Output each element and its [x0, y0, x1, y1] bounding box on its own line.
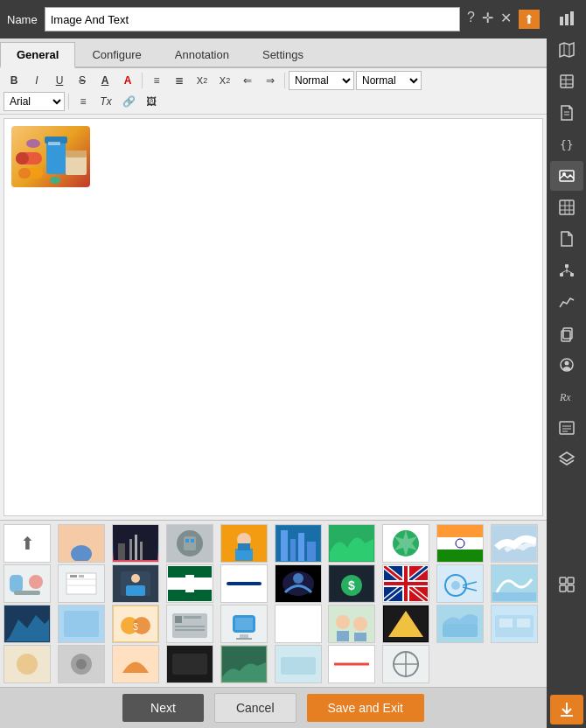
gallery-item[interactable] [112, 564, 159, 603]
gallery-item[interactable] [220, 564, 268, 603]
link-button[interactable]: 🔗 [118, 92, 139, 111]
gallery-item[interactable] [382, 605, 429, 643]
sidebar-image-icon[interactable] [550, 161, 583, 191]
right-sidebar: {} Rx [547, 0, 586, 728]
gallery-item[interactable] [491, 605, 538, 643]
bold-button[interactable]: B [3, 71, 24, 90]
gallery-item[interactable]: $ [112, 605, 159, 643]
gallery-item[interactable] [275, 605, 322, 643]
toolbar-divider-1 [142, 73, 143, 88]
svg-rect-36 [438, 550, 482, 561]
gallery-item[interactable] [328, 524, 375, 563]
tabs-bar: General Configure Annotation Settings [0, 38, 547, 68]
next-button[interactable]: Next [122, 694, 204, 722]
tab-configure[interactable]: Configure [75, 42, 157, 66]
upload-image-button[interactable]: ⬆ [3, 524, 51, 563]
font-color-button[interactable]: A [117, 71, 138, 90]
svg-rect-100 [276, 606, 320, 641]
svg-line-155 [567, 270, 572, 273]
gallery-item[interactable] [275, 645, 322, 683]
sidebar-file-icon[interactable] [550, 224, 583, 254]
align-button[interactable]: ≡ [73, 92, 94, 111]
gallery-item[interactable] [112, 645, 159, 683]
svg-rect-112 [499, 619, 513, 627]
sidebar-download-icon[interactable] [550, 695, 583, 724]
gallery-item[interactable] [275, 524, 322, 563]
gallery-item[interactable] [3, 605, 51, 643]
ordered-list-button[interactable]: ≡ [146, 71, 167, 90]
gallery-item[interactable] [328, 605, 375, 643]
sidebar-code-icon[interactable]: {} [550, 130, 583, 159]
underline-button[interactable]: U [49, 71, 70, 90]
gallery-item[interactable] [58, 524, 105, 563]
sidebar-chart2-icon[interactable] [550, 287, 583, 317]
font-family-select[interactable]: Arial Times New Roman Courier [3, 92, 65, 111]
sidebar-doc-icon[interactable] [550, 98, 583, 128]
gallery-item[interactable] [436, 564, 484, 603]
svg-rect-145 [560, 200, 574, 214]
sidebar-map-icon[interactable] [550, 35, 583, 65]
gallery-item[interactable] [382, 524, 429, 563]
sidebar-grid-icon[interactable] [550, 570, 583, 599]
editor-area[interactable] [3, 118, 543, 516]
gallery-item[interactable] [166, 645, 213, 683]
gallery-item[interactable] [491, 524, 538, 563]
upload-icon[interactable]: ⬆ [519, 10, 540, 29]
heading-button[interactable]: A [94, 71, 115, 90]
gallery-item[interactable] [491, 564, 538, 603]
sidebar-rx-icon[interactable]: Rx [550, 382, 583, 411]
gallery-item[interactable] [220, 524, 268, 563]
indent-left-button[interactable]: ⇐ [237, 71, 258, 90]
sidebar-tree-icon[interactable] [550, 256, 583, 285]
insert-image-button[interactable]: 🖼 [141, 92, 162, 111]
tab-settings[interactable]: Settings [246, 42, 320, 66]
sidebar-list-icon[interactable] [550, 413, 583, 443]
subscript-button[interactable]: X2 [192, 71, 213, 90]
gallery-item[interactable] [58, 605, 105, 643]
gallery-item[interactable] [220, 645, 268, 683]
gallery-item[interactable]: $ [328, 564, 375, 603]
gallery-item[interactable] [436, 605, 484, 643]
superscript-button[interactable]: X2 [214, 71, 235, 90]
sidebar-chart-icon[interactable] [550, 4, 583, 33]
close-icon[interactable]: ✕ [500, 10, 512, 29]
gallery-item[interactable] [166, 524, 213, 563]
svg-rect-28 [290, 539, 296, 561]
gallery-item[interactable] [220, 605, 268, 643]
svg-rect-16 [140, 542, 143, 561]
font-size-select-2[interactable]: Normal Small Large [356, 71, 422, 90]
gallery-item[interactable] [382, 564, 429, 603]
tab-general[interactable]: General [0, 42, 75, 68]
sidebar-group-icon[interactable] [550, 350, 583, 380]
svg-point-11 [74, 529, 88, 543]
italic-button[interactable]: I [26, 71, 47, 90]
gallery-item[interactable] [275, 564, 322, 603]
clear-format-button[interactable]: Tx [95, 92, 116, 111]
gallery-item[interactable] [166, 605, 213, 643]
gallery-item[interactable] [166, 564, 213, 603]
help-icon[interactable]: ? [467, 10, 475, 29]
move-icon[interactable]: ✛ [482, 10, 493, 29]
gallery-item[interactable] [58, 564, 105, 603]
svg-rect-3 [18, 168, 31, 178]
unordered-list-button[interactable]: ≣ [169, 71, 190, 90]
save-exit-button[interactable]: Save and Exit [307, 694, 424, 722]
gallery-item[interactable] [328, 645, 375, 683]
gallery-item[interactable] [112, 524, 159, 563]
indent-right-button[interactable]: ⇒ [260, 71, 281, 90]
tab-annotation[interactable]: Annotation [158, 42, 246, 66]
svg-rect-105 [354, 633, 366, 641]
gallery-item[interactable] [3, 564, 51, 603]
strikethrough-button[interactable]: S [72, 71, 93, 90]
sidebar-data-icon[interactable] [550, 66, 583, 96]
sidebar-layers-icon[interactable] [550, 444, 583, 474]
sidebar-table-icon[interactable] [550, 192, 583, 222]
font-size-select-1[interactable]: Normal Heading 1 Heading 2 [289, 71, 354, 90]
sidebar-copy-icon[interactable] [550, 318, 583, 348]
gallery-item[interactable] [3, 645, 51, 683]
cancel-button[interactable]: Cancel [214, 693, 296, 723]
name-input[interactable] [45, 7, 460, 32]
gallery-item[interactable] [382, 645, 429, 683]
gallery-item[interactable] [436, 524, 484, 563]
gallery-item[interactable] [58, 645, 105, 683]
